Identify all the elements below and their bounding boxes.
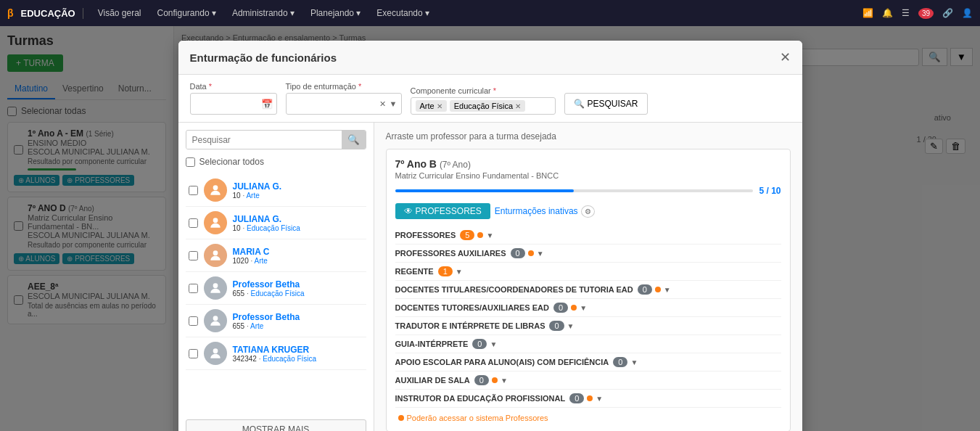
chevron-down-icon[interactable]: ▼	[630, 358, 638, 366]
nav-visao-geral[interactable]: Visão geral	[92, 8, 147, 18]
tag-arte-remove[interactable]: ✕	[437, 102, 442, 110]
componente-field: Componente curricular * Arte ✕ Educação …	[411, 86, 556, 115]
settings-circle-icon[interactable]: ⚙	[581, 205, 595, 218]
class-card: 7º Ano B (7º Ano) Matriz Curricular Ensi…	[386, 149, 791, 431]
card-tabs: 👁 PROFESSORES Enturmações inativas ⚙	[395, 203, 781, 219]
chevron-down-icon[interactable]: ▼	[490, 340, 497, 348]
person-checkbox[interactable]	[189, 284, 198, 293]
person-item[interactable]: Professor Betha 655 · Educação Física	[186, 272, 366, 305]
progress-fill	[395, 189, 575, 192]
role-count: 0	[549, 321, 564, 331]
person-checkbox[interactable]	[189, 316, 198, 326]
role-name: REGENTE	[395, 267, 434, 276]
role-name: PROFESSORES AUXILIARES	[395, 249, 506, 258]
person-checkbox[interactable]	[189, 349, 198, 358]
list-search-input[interactable]	[186, 131, 342, 149]
person-info: JULIANA G. 10 · Arte	[233, 181, 282, 200]
role-row-instrutor: INSTRUTOR DA EDUCAÇÃO PROFISSIONAL 0 ▼	[395, 390, 781, 408]
person-sub: 10 · Arte	[233, 192, 282, 200]
person-avatar	[204, 244, 227, 267]
person-sub: 1020 · Arte	[233, 257, 270, 265]
tag-educacao-fisica: Educação Física ✕	[450, 100, 525, 112]
search-icon: 🔍	[574, 99, 585, 109]
user-icon: 👤	[962, 8, 973, 18]
nav-executando[interactable]: Executando ▾	[371, 8, 435, 18]
dot-icon	[477, 232, 483, 238]
date-wrap: 27/06/2022 📅	[190, 93, 277, 115]
chevron-down-icon[interactable]: ▼	[580, 304, 587, 312]
person-checkbox[interactable]	[189, 251, 198, 260]
person-name: MARIA C	[233, 247, 270, 257]
person-name: Professor Betha	[233, 312, 300, 322]
chevron-down-icon[interactable]: ▼	[501, 377, 508, 385]
class-matrix: Matriz Curricular Ensino Fundamental - B…	[395, 171, 781, 180]
svg-point-0	[213, 185, 218, 190]
chevron-down-icon[interactable]: ▼	[486, 231, 493, 239]
person-avatar	[204, 342, 227, 365]
modal-right-panel: Arraste um professor para a turma deseja…	[374, 123, 802, 431]
person-avatar	[204, 309, 227, 332]
nav-configurando[interactable]: Configurando ▾	[152, 8, 222, 18]
modal-close-button[interactable]: ✕	[780, 49, 791, 65]
modal-left-panel: 🔍 Selecionar todos	[178, 123, 374, 431]
svg-point-5	[213, 348, 218, 353]
chevron-down-icon[interactable]: ▼	[596, 395, 603, 403]
role-count: 0	[511, 248, 525, 258]
role-name: GUIA-INTÉRPRETE	[395, 340, 469, 348]
chevron-down-icon[interactable]: ▼	[567, 322, 575, 330]
pesquisar-button[interactable]: 🔍 PESQUISAR	[564, 93, 648, 115]
person-info: MARIA C 1020 · Arte	[233, 247, 270, 265]
person-item[interactable]: JULIANA G. 10 · Educação Física	[186, 207, 366, 239]
role-row-docentes-tutores: DOCENTES TUTORES/AUXILIARES EAD 0 ▼	[395, 299, 781, 317]
role-name: DOCENTES TITULARES/COORDENADORES DE TUTO…	[395, 285, 633, 294]
role-name: INSTRUTOR DA EDUCAÇÃO PROFISSIONAL	[395, 394, 566, 403]
person-checkbox[interactable]	[189, 218, 198, 228]
person-item[interactable]: JULIANA G. 10 · Arte	[186, 174, 366, 207]
tag-educacao-fisica-remove[interactable]: ✕	[515, 102, 521, 110]
drag-hint: Arraste um professor para a turma deseja…	[386, 131, 791, 141]
svg-point-2	[213, 250, 218, 255]
person-info: JULIANA G. 10 · Educação Física	[233, 214, 300, 232]
tag-educacao-fisica-label: Educação Física	[454, 102, 513, 110]
show-more-button[interactable]: MOSTRAR MAIS	[186, 419, 366, 431]
person-avatar	[204, 178, 227, 202]
person-item[interactable]: MARIA C 1020 · Arte	[186, 239, 366, 272]
tags-input[interactable]: Arte ✕ Educação Física ✕	[411, 97, 556, 115]
bell-icon: 🔔	[882, 8, 893, 18]
person-sub: 10 · Educação Física	[233, 224, 300, 232]
tipo-clear-icon[interactable]: ✕	[379, 99, 386, 109]
inactive-label: Enturmações inativas	[495, 206, 578, 216]
dot-orange-icon	[398, 415, 404, 421]
footer-note: Poderão acessar o sistema Professores	[395, 414, 781, 422]
role-count: 0	[553, 303, 568, 313]
chevron-down-icon[interactable]: ▼	[537, 250, 544, 258]
person-sub: 342342 · Educação Física	[233, 355, 317, 363]
person-checkbox[interactable]	[189, 186, 198, 195]
tag-arte-label: Arte	[420, 102, 435, 110]
list-search: 🔍	[186, 130, 366, 149]
enturmacoes-inativas-link[interactable]: Enturmações inativas ⚙	[495, 205, 595, 218]
eye-icon: 👁	[404, 206, 413, 216]
role-count: 0	[569, 393, 584, 403]
select-all-label: Selecionar todos	[199, 157, 264, 167]
componente-label: Componente curricular *	[411, 86, 556, 95]
data-field: Data * 27/06/2022 📅	[190, 82, 277, 115]
nav-administrando[interactable]: Administrando ▾	[226, 8, 300, 18]
chevron-down-icon[interactable]: ▼	[664, 286, 671, 294]
person-item[interactable]: TATIANA KRUGER 342342 · Educação Física	[186, 337, 366, 370]
role-row-apoio: APOIO ESCOLAR PARA ALUNO(AIS) COM DEFICI…	[395, 353, 781, 372]
person-item[interactable]: Professor Betha 655 · Arte	[186, 305, 366, 337]
professores-tab-button[interactable]: 👁 PROFESSORES	[395, 203, 490, 219]
role-row-professores: PROFESSORES 5 ▼	[395, 226, 781, 245]
chevron-down-icon[interactable]: ▼	[456, 268, 463, 276]
person-sub: 655 · Educação Física	[233, 290, 305, 297]
person-avatar	[204, 276, 227, 300]
role-name: TRADUTOR E INTÉRPRETE DE LIBRAS	[395, 321, 545, 330]
select-all-checkbox[interactable]	[186, 157, 195, 167]
dot-icon	[571, 305, 577, 311]
modal-top-form: Data * 27/06/2022 📅 Tipo de enturmação *…	[178, 75, 802, 123]
role-name: AUXILIAR DE SALA	[395, 376, 470, 385]
progress-bar-wrap	[395, 189, 754, 192]
nav-planejando[interactable]: Planejando ▾	[305, 8, 366, 18]
list-search-button[interactable]: 🔍	[342, 131, 366, 149]
